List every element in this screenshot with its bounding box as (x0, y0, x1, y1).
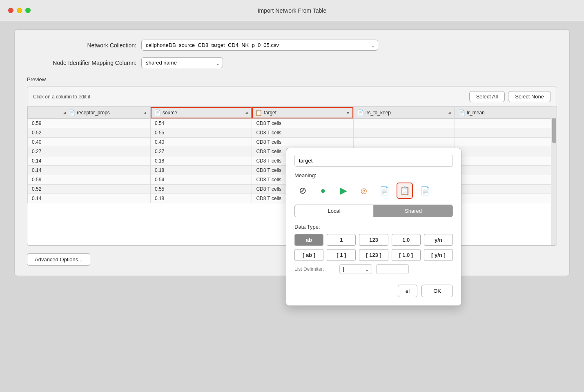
col-header-source[interactable]: 📄 source ◄ (150, 107, 252, 119)
cell-receptor: 0.14 (28, 194, 151, 203)
node-identifier-row: Node Identifier Mapping Column: shared n… (27, 57, 557, 68)
doc-icon-lrs: 📄 (357, 109, 364, 116)
doc-icon-lrmean: 📄 (458, 109, 465, 116)
col-name-receptor: receptor_props (77, 110, 110, 116)
cell-source: 0.55 (150, 185, 252, 194)
list-delimiter-row: List Delimiter: | (294, 264, 453, 274)
cell-source: 0.18 (150, 166, 252, 175)
col-header-lrs[interactable]: 📄 lrs_to_keep ◄ (353, 107, 455, 119)
local-button[interactable]: Local (294, 205, 374, 217)
cell-receptor: 0.59 (28, 175, 151, 185)
shared-button[interactable]: Shared (374, 205, 453, 217)
list-delimiter-select[interactable]: | (339, 264, 372, 274)
meaning-source-btn[interactable]: ● (315, 183, 331, 199)
minimize-button[interactable] (17, 8, 22, 13)
doc-icon-receptor: 📄 (68, 109, 75, 116)
title-bar: Import Network From Table (0, 0, 584, 21)
cell-source: 0.54 (150, 175, 252, 185)
ok-button[interactable]: OK (421, 285, 453, 297)
meaning-doc-edge-btn[interactable]: 📄 (417, 183, 433, 199)
cell-receptor: 0.59 (28, 119, 151, 128)
cell-lrmean (455, 119, 557, 128)
cell-source: 0.18 (150, 156, 252, 166)
col-name-source: source (163, 110, 177, 116)
local-shared-row: Local Shared (294, 205, 453, 217)
preview-hint: Click on a column to edit it. (33, 94, 91, 100)
datatype-row-2: [ ab ] [ 1 ] [ 123 ] [ 1.0 ] [ y/n ] (294, 249, 453, 261)
cell-receptor: 0.14 (28, 156, 151, 166)
table-row: 0.400.40CD8 T cells (28, 138, 557, 147)
column-name-input[interactable] (294, 155, 453, 167)
node-identifier-label: Node Identifier Mapping Column: (27, 60, 141, 66)
cancel-button[interactable]: el (398, 285, 417, 297)
cell-lrs (353, 138, 455, 147)
cell-source: 0.27 (150, 147, 252, 156)
meaning-none-btn[interactable]: ⊘ (294, 183, 311, 199)
window-controls (8, 8, 31, 13)
cell-lrmean (455, 175, 557, 185)
list-delim-select-wrapper: | (339, 264, 372, 274)
maximize-button[interactable] (25, 8, 31, 13)
col-header-lrmean[interactable]: 📄 lr_mean (455, 107, 557, 119)
meaning-target-btn[interactable]: ◎ (356, 183, 372, 199)
col-header-target[interactable]: 📋 target ▼ (252, 107, 354, 119)
network-collection-row: Network Collection: cellphoneDB_source_C… (27, 40, 557, 51)
cell-lrmean (455, 185, 557, 194)
close-button[interactable] (8, 8, 13, 13)
doc-icon-target: 📋 (255, 109, 262, 116)
dt-1-btn[interactable]: 1 (327, 234, 356, 246)
dt-list-10-btn[interactable]: [ 1.0 ] (392, 249, 421, 261)
cell-receptor: 0.27 (28, 147, 151, 156)
col-header-receptor[interactable]: ◄ 📄 receptor_props ◄ (28, 107, 151, 119)
dt-list-123-btn[interactable]: [ 123 ] (359, 249, 388, 261)
cell-target: CD8 T cells (252, 119, 354, 128)
col-arrow-receptor: ◄ (62, 111, 67, 115)
dt-list-1-btn[interactable]: [ 1 ] (327, 249, 356, 261)
dt-10-btn[interactable]: 1.0 (392, 234, 421, 246)
scrollbar-track[interactable] (551, 107, 557, 245)
cell-receptor: 0.14 (28, 166, 151, 175)
node-identifier-wrapper: shared name (141, 57, 223, 68)
preview-label: Preview (27, 76, 557, 82)
table-row: 0.590.54CD8 T cells (28, 119, 557, 128)
col-name-lrmean: lr_mean (467, 110, 484, 116)
network-collection-wrapper: cellphoneDB_source_CD8_target_CD4_NK_p_0… (141, 40, 378, 51)
col-sort-lrs: ◄ (448, 111, 452, 115)
col-sort-target: ▼ (346, 111, 350, 115)
col-name-lrs: lrs_to_keep (366, 110, 391, 116)
meaning-icons: ⊘ ● ▶ ◎ 📄 📋 📄 (294, 183, 453, 199)
cell-source: 0.55 (150, 128, 252, 138)
column-edit-popup[interactable]: Meaning: ⊘ ● ▶ ◎ 📄 📋 📄 Local Shared Data… (286, 148, 461, 306)
dt-list-ab-btn[interactable]: [ ab ] (294, 249, 323, 261)
node-identifier-select[interactable]: shared name (141, 57, 223, 68)
select-all-button[interactable]: Select All (469, 91, 505, 102)
col-sort-receptor: ◄ (143, 111, 147, 115)
popup-bottom-bar: el OK (294, 281, 453, 297)
preview-toolbar: Click on a column to edit it. Select All… (27, 87, 557, 107)
meaning-doc-local-btn[interactable]: 📄 (376, 183, 392, 199)
col-sort-source: ◄ (245, 111, 249, 115)
cell-lrmean (455, 166, 557, 175)
select-none-button[interactable]: Select None (508, 91, 551, 102)
cell-receptor: 0.40 (28, 138, 151, 147)
network-collection-select[interactable]: cellphoneDB_source_CD8_target_CD4_NK_p_0… (141, 40, 378, 51)
meaning-doc-shared-btn[interactable]: 📋 (397, 183, 413, 199)
table-row: 0.520.55CD8 T cells (28, 128, 557, 138)
cell-source: 0.18 (150, 194, 252, 203)
col-name-target: target (264, 110, 276, 116)
dt-yn-btn[interactable]: y/n (424, 234, 453, 246)
dt-list-yn-btn[interactable]: [ y/n ] (424, 249, 453, 261)
dt-ab-btn[interactable]: ab (294, 234, 323, 246)
data-type-label: Data Type: (294, 224, 453, 230)
cell-lrmean (455, 147, 557, 156)
list-delimiter-input[interactable] (376, 264, 409, 274)
cell-lrmean (455, 156, 557, 166)
cell-source: 0.54 (150, 119, 252, 128)
dt-123-btn[interactable]: 123 (359, 234, 388, 246)
cell-target: CD8 T cells (252, 128, 354, 138)
window-title: Import Network From Table (258, 7, 327, 14)
cell-lrmean (455, 194, 557, 203)
advanced-options-button[interactable]: Advanced Options... (27, 253, 90, 266)
cell-receptor: 0.52 (28, 128, 151, 138)
meaning-edge-btn[interactable]: ▶ (335, 183, 352, 199)
